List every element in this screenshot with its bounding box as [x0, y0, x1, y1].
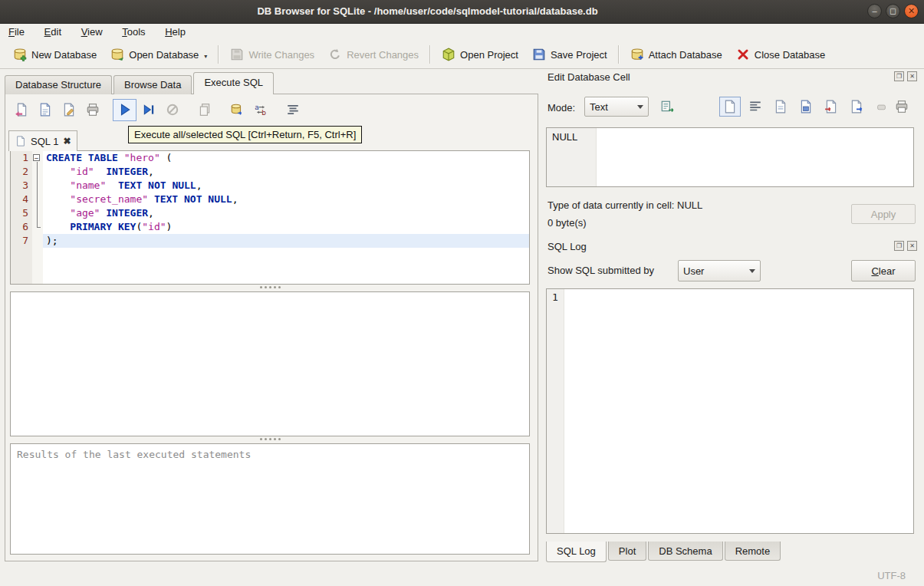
mode-combo[interactable]: Text	[584, 97, 649, 117]
execute-line-icon	[142, 103, 156, 117]
minimize-icon[interactable]: –	[867, 4, 882, 18]
save-project-button[interactable]: Save Project	[525, 44, 614, 65]
set-null-icon	[876, 102, 886, 112]
code-text: "name" TEXT NOT NULL,	[43, 179, 529, 193]
mode-value: Text	[590, 101, 608, 113]
save-sql-file-icon	[38, 103, 52, 117]
attach-database-button[interactable]: Attach Database	[623, 44, 729, 65]
code-line[interactable]: 3 "name" TEXT NOT NULL,	[11, 179, 529, 193]
float-icon[interactable]: ❐	[894, 71, 904, 81]
open-sql-file-button[interactable]	[9, 99, 33, 121]
dock-tab-plot[interactable]: Plot	[608, 542, 646, 561]
code-line[interactable]: 5 "age" INTEGER,	[11, 206, 529, 220]
line-number: 5	[11, 206, 32, 220]
fold-filler	[32, 248, 43, 284]
save-cell-file-button[interactable]	[795, 97, 817, 117]
mode-label: Mode:	[547, 102, 575, 114]
sql-code-editor[interactable]: 1−CREATE TABLE "hero" (2 "id" INTEGER,3 …	[10, 150, 530, 285]
auto-switch-mode-button[interactable]	[656, 97, 678, 117]
code-text: CREATE TABLE "hero" (	[43, 151, 529, 165]
dock-tab-remote[interactable]: Remote	[725, 542, 781, 561]
open-database-button[interactable]: Open Database ▾	[104, 44, 214, 65]
new-database-icon	[13, 48, 27, 61]
splitter-handle[interactable]	[10, 436, 530, 443]
dock-tab-bar: SQL Log Plot DB Schema Remote	[546, 542, 782, 562]
editor-filler[interactable]	[11, 248, 529, 284]
close-tab-icon[interactable]: ✖	[63, 136, 71, 146]
encoding-indicator[interactable]: UTF-8	[877, 570, 906, 581]
toolbar-label: New Database	[31, 49, 97, 61]
cell-editor[interactable]: NULL	[546, 127, 914, 187]
open-project-button[interactable]: Open Project	[435, 44, 525, 65]
clear-label: Clear	[871, 265, 895, 277]
save-project-icon	[532, 48, 546, 61]
set-null-button	[873, 98, 889, 115]
fold-marker-icon[interactable]: −	[32, 151, 43, 165]
sql-toolbar: a b	[9, 98, 304, 121]
menu-edit[interactable]: Edit	[36, 24, 70, 40]
open-database-icon	[110, 48, 124, 61]
tab-execute-sql[interactable]: Execute SQL	[193, 72, 274, 94]
new-database-button[interactable]: New Database	[6, 44, 104, 65]
format-sql-button[interactable]	[281, 99, 304, 121]
code-line[interactable]: 7);	[11, 234, 529, 248]
sql-log-filter-combo[interactable]: User	[678, 260, 761, 281]
float-icon[interactable]: ❐	[894, 241, 904, 251]
clear-log-button[interactable]: Clear	[851, 260, 916, 281]
open-cell-file-button[interactable]	[770, 97, 791, 117]
export-cell-button[interactable]	[846, 97, 867, 117]
sql-log-area[interactable]: 1	[546, 288, 914, 534]
toolbar-label: Close Database	[755, 49, 826, 61]
execute-sql-button[interactable]	[113, 99, 136, 121]
save-sql-as-button[interactable]	[57, 99, 81, 121]
dock-tab-db-schema[interactable]: DB Schema	[648, 542, 722, 561]
align-button[interactable]	[745, 97, 766, 117]
chevron-down-icon[interactable]: ▾	[204, 53, 207, 61]
find-replace-button[interactable]: a b	[248, 99, 272, 121]
results-placeholder: Results of the last executed statements	[17, 449, 251, 460]
toolbar-label: Save Project	[551, 49, 607, 61]
execute-current-line-button[interactable]	[136, 99, 160, 121]
fold-margin	[32, 234, 43, 248]
code-line[interactable]: 2 "id" INTEGER,	[11, 165, 529, 179]
maximize-icon[interactable]: ◻	[886, 4, 900, 18]
cell-type-text: Type of data currently in cell: NULL	[547, 199, 702, 211]
tab-database-structure[interactable]: Database Structure	[5, 75, 112, 94]
close-database-button[interactable]: Close Database	[729, 44, 833, 65]
menu-help[interactable]: Help	[156, 24, 194, 40]
fold-margin	[32, 193, 43, 206]
export-icon	[850, 100, 863, 114]
stop-icon	[166, 103, 179, 117]
menu-view[interactable]: View	[73, 24, 111, 40]
import-cell-button[interactable]	[820, 97, 842, 117]
print-sql-button[interactable]	[81, 99, 104, 121]
titlebar[interactable]: DB Browser for SQLite - /home/user/code/…	[0, 0, 924, 24]
apply-button: Apply	[851, 204, 916, 224]
code-line[interactable]: 1−CREATE TABLE "hero" (	[11, 151, 529, 165]
status-bar: UTF-8	[0, 565, 924, 586]
close-dock-icon[interactable]: ✕	[907, 241, 917, 251]
results-message-pane[interactable]: Results of the last executed statements	[10, 443, 530, 555]
chevron-down-icon	[637, 105, 643, 109]
export-csv-button[interactable]	[225, 99, 248, 121]
toolbar-separator	[429, 45, 431, 64]
word-wrap-button[interactable]	[719, 97, 741, 117]
right-dock: Edit Database Cell ❐ ✕ Mode: Text	[541, 69, 920, 565]
dock-tab-sql-log[interactable]: SQL Log	[546, 542, 607, 562]
results-grid-pane[interactable]	[10, 291, 530, 436]
sql-log-dock-buttons: ❐ ✕	[894, 241, 917, 251]
line-number: 6	[11, 220, 32, 234]
print-cell-button[interactable]	[891, 97, 912, 117]
sql-document-tab[interactable]: SQL 1 ✖	[8, 130, 77, 151]
menu-file[interactable]: File	[0, 24, 33, 40]
tab-browse-data[interactable]: Browse Data	[113, 75, 192, 94]
sql-log-filter-value: User	[683, 265, 704, 277]
menu-tools[interactable]: Tools	[113, 24, 153, 40]
code-line[interactable]: 6 PRIMARY KEY("id")	[11, 220, 529, 234]
code-line[interactable]: 4 "secret_name" TEXT NOT NULL,	[11, 193, 529, 206]
save-sql-file-button[interactable]	[33, 99, 57, 121]
splitter-handle[interactable]	[10, 284, 530, 291]
close-dock-icon[interactable]: ✕	[907, 71, 917, 81]
line-number: 4	[11, 193, 32, 206]
close-icon[interactable]: ✕	[904, 4, 919, 18]
